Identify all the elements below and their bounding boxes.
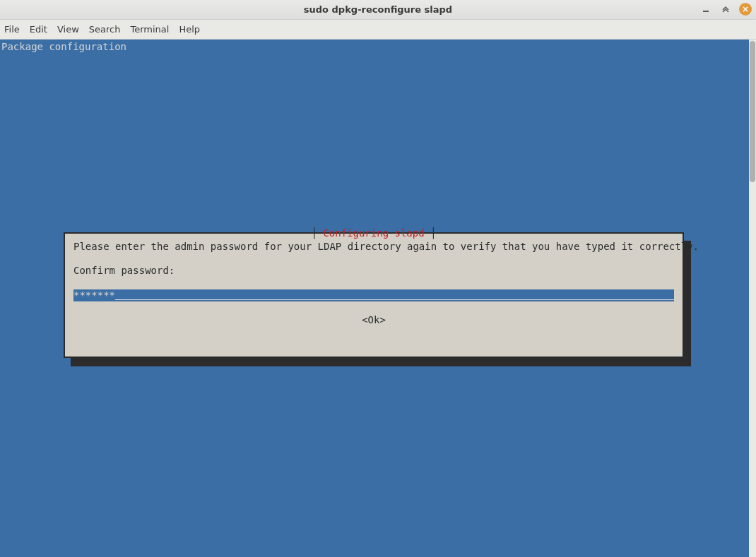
menu-help[interactable]: Help [179,24,200,35]
terminal-area[interactable]: Package configuration ┤ Configuring slap… [0,40,749,557]
dialog-title: ┤ Configuring slapd ├ [65,227,683,239]
app-window: sudo dpkg-reconfigure slapd × File Edit … [0,0,756,557]
terminal-wrap: Package configuration ┤ Configuring slap… [0,40,756,557]
dialog-line2: Confirm password: [73,265,175,276]
password-input[interactable]: ******* [73,289,674,301]
dialog-title-text: Configuring slapd [323,227,424,239]
titlebar[interactable]: sudo dpkg-reconfigure slapd × [0,0,756,20]
maximize-icon[interactable] [719,3,732,16]
config-dialog: ┤ Configuring slapd ├ Please enter the a… [64,232,684,358]
window-controls: × [699,3,752,16]
window-title: sudo dpkg-reconfigure slapd [0,4,756,15]
menu-terminal[interactable]: Terminal [130,24,169,35]
dialog-line1: Please enter the admin password for your… [73,241,699,252]
ok-button[interactable]: <Ok> [65,314,683,326]
dialog-body: Please enter the admin password for your… [73,241,674,277]
minimize-icon[interactable] [699,3,712,16]
scrollbar[interactable] [749,40,756,557]
scrollbar-thumb[interactable] [750,41,755,182]
menubar: File Edit View Search Terminal Help [0,20,756,40]
menu-view[interactable]: View [57,24,79,35]
terminal-header-text: Package configuration [1,41,126,53]
menu-edit[interactable]: Edit [30,24,47,35]
password-value: ******* [73,289,115,301]
close-icon[interactable]: × [739,3,752,16]
menu-search[interactable]: Search [89,24,121,35]
menu-file[interactable]: File [4,24,20,35]
